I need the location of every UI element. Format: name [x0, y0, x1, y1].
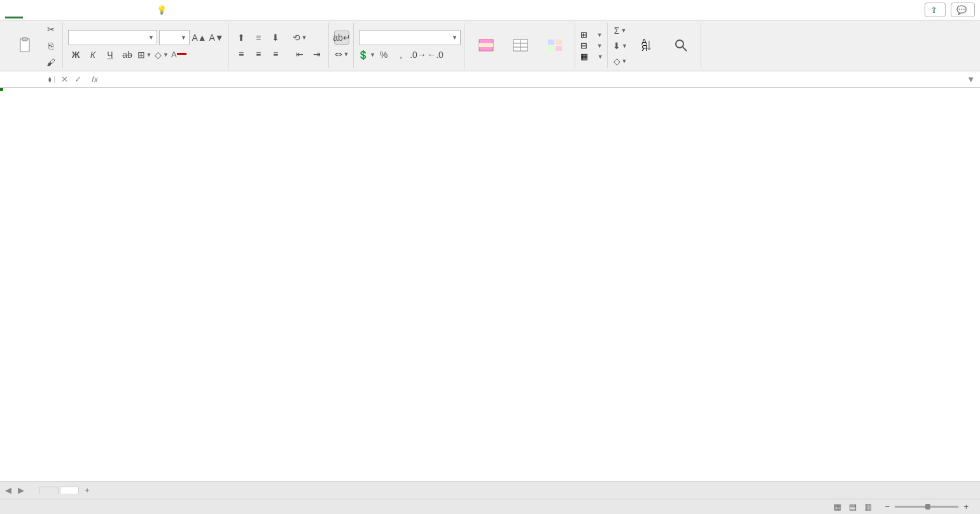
format-icon: ▦ [580, 52, 588, 61]
status-bar: ▦ ▤ ▥ − + [0, 499, 980, 514]
cancel-formula-button[interactable]: ✕ [61, 75, 68, 84]
percent-button[interactable]: % [376, 48, 391, 62]
align-middle-button[interactable]: ≡ [251, 31, 266, 45]
bold-button[interactable]: Ж [68, 48, 83, 62]
svg-rect-3 [479, 43, 493, 47]
zoom-slider[interactable] [895, 506, 958, 508]
font-color-button[interactable]: А [171, 48, 186, 62]
view-page-break-button[interactable]: ▥ [861, 501, 875, 513]
zoom-out-button[interactable]: − [885, 502, 890, 511]
comma-button[interactable]: , [393, 48, 409, 62]
increase-font-button[interactable]: A▲ [192, 31, 207, 45]
orientation-button[interactable]: ⟲▼ [292, 31, 307, 45]
search-icon [673, 37, 689, 54]
tab-home[interactable] [5, 1, 23, 18]
svg-point-14 [676, 40, 683, 48]
tab-view[interactable] [130, 1, 148, 18]
tell-me[interactable]: 💡 [148, 1, 178, 18]
ribbon-tabs: 💡 [5, 1, 178, 18]
tab-insert[interactable] [23, 1, 41, 18]
autosum-button[interactable]: Σ▼ [613, 24, 628, 38]
find-select-button[interactable] [665, 36, 697, 56]
decrease-decimal-button[interactable]: ←.0 [428, 48, 443, 62]
paste-button[interactable] [9, 36, 41, 56]
align-bottom-button[interactable]: ⬇ [268, 31, 283, 45]
wrap-text-button[interactable]: ab↵ [334, 31, 349, 45]
sort-icon: АЯ [638, 37, 655, 54]
fill-color-button[interactable]: ◇▼ [154, 48, 169, 62]
copy-button[interactable]: ⎘ [43, 39, 59, 53]
worksheet[interactable] [0, 88, 980, 481]
sheet-tab-bar: ◀ ▶ + [0, 481, 980, 499]
tab-review[interactable] [112, 1, 130, 18]
expand-formula-bar[interactable]: ▼ [962, 75, 980, 84]
align-left-button[interactable]: ≡ [234, 47, 249, 61]
format-as-table-button[interactable] [505, 36, 536, 56]
align-top-button[interactable]: ⬆ [234, 31, 249, 45]
share-icon: ⇪ [930, 5, 937, 15]
conditional-formatting-button[interactable] [470, 36, 502, 56]
strike-button[interactable]: ab [120, 48, 135, 62]
fx-icon[interactable]: fx [88, 75, 102, 84]
number-format-combo[interactable]: ▼ [359, 30, 461, 45]
sheet-tab-1[interactable] [60, 487, 79, 494]
sort-filter-button[interactable]: АЯ [631, 36, 662, 56]
sheet-nav-next[interactable]: ▶ [15, 485, 27, 496]
insert-cells-button[interactable]: ⊞ ▼ [580, 30, 603, 39]
add-sheet-button[interactable]: + [80, 485, 94, 495]
name-box[interactable]: ▴▾ [0, 76, 55, 83]
tab-draw[interactable] [41, 1, 59, 18]
currency-button[interactable]: 💲▼ [359, 48, 374, 62]
sheet-tab-0[interactable] [39, 487, 59, 494]
delete-cells-button[interactable]: ⊟ ▼ [580, 41, 603, 50]
comment-icon: 💬 [956, 5, 967, 15]
sheet-nav-prev[interactable]: ◀ [3, 485, 14, 496]
font-size-combo[interactable]: ▼ [159, 30, 190, 45]
fill-button[interactable]: ⬇▼ [613, 39, 628, 53]
tab-formulas[interactable] [76, 1, 94, 18]
borders-button[interactable]: ⊞▼ [137, 48, 152, 62]
clear-button[interactable]: ◇▼ [613, 54, 628, 68]
table-icon [512, 37, 529, 54]
share-button[interactable]: ⇪ [925, 3, 946, 17]
zoom-control[interactable]: − + [885, 502, 974, 511]
svg-line-15 [683, 47, 687, 51]
align-right-button[interactable]: ≡ [268, 47, 283, 61]
decrease-font-button[interactable]: A▼ [209, 31, 224, 45]
menu-bar: 💡 ⇪ 💬 [0, 0, 980, 20]
zoom-in-button[interactable]: + [963, 502, 969, 511]
bulb-icon: 💡 [157, 5, 167, 15]
svg-rect-9 [556, 39, 562, 45]
delete-icon: ⊟ [580, 41, 587, 50]
insert-icon: ⊞ [580, 30, 587, 39]
italic-button[interactable]: К [85, 48, 101, 62]
svg-rect-11 [556, 46, 562, 51]
tab-page-layout[interactable] [59, 1, 76, 18]
svg-rect-10 [548, 46, 554, 51]
merge-button[interactable]: ⇔▼ [334, 47, 349, 61]
cut-button[interactable]: ✂ [43, 22, 59, 36]
view-page-layout-button[interactable]: ▤ [846, 501, 860, 513]
tab-data[interactable] [94, 1, 112, 18]
cond-fmt-icon [478, 37, 494, 54]
clipboard-icon [17, 37, 33, 54]
svg-rect-1 [22, 38, 27, 41]
format-painter-button[interactable]: 🖌 [43, 55, 59, 69]
view-normal-button[interactable]: ▦ [830, 501, 844, 513]
font-name-combo[interactable]: ▼ [68, 30, 157, 45]
svg-rect-8 [548, 39, 554, 45]
decrease-indent-button[interactable]: ⇤ [292, 47, 307, 61]
format-cells-button[interactable]: ▦ ▼ [580, 52, 603, 61]
accept-formula-button[interactable]: ✓ [74, 75, 81, 84]
formula-bar: ▴▾ ✕ ✓ fx ▼ [0, 71, 980, 88]
increase-indent-button[interactable]: ⇥ [309, 47, 325, 61]
styles-icon [547, 37, 563, 54]
cell-styles-button[interactable] [539, 36, 571, 56]
underline-button[interactable]: Ч [102, 48, 118, 62]
comments-button[interactable]: 💬 [951, 3, 975, 17]
ribbon: ✂ ⎘ 🖌 ▼ ▼ A▲ A▼ Ж К Ч ab ⊞▼ ◇▼ А ⬆ ≡ ⬇ ⟲… [0, 20, 980, 71]
svg-text:Я: Я [641, 43, 647, 52]
increase-decimal-button[interactable]: .0→ [410, 48, 426, 62]
align-center-button[interactable]: ≡ [251, 47, 266, 61]
